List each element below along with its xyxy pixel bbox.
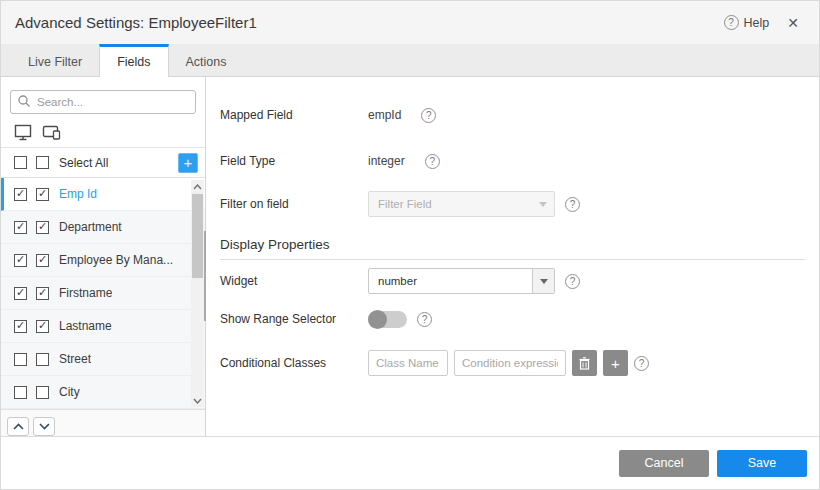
field-checkbox-2[interactable]: [36, 287, 49, 300]
field-list: Emp Id Department Employee By Mana... Fi…: [1, 178, 205, 409]
field-checkbox-2[interactable]: [36, 353, 49, 366]
field-checkbox-2[interactable]: [36, 320, 49, 333]
widget-row: Widget number ?: [220, 266, 805, 296]
field-checkbox-2[interactable]: [36, 386, 49, 399]
search-icon: [17, 94, 31, 112]
field-checkbox-1[interactable]: [14, 254, 27, 267]
field-list-item[interactable]: Department: [1, 211, 205, 244]
tab-actions[interactable]: Actions: [169, 44, 244, 76]
field-type-label: Field Type: [220, 154, 368, 168]
field-label: City: [59, 385, 80, 399]
help-button[interactable]: ? Help: [724, 15, 770, 30]
field-type-value: integer: [368, 154, 405, 168]
add-field-button[interactable]: +: [178, 153, 198, 173]
select-all-checkbox-1[interactable]: [14, 156, 27, 169]
delete-class-button[interactable]: [572, 350, 597, 376]
range-selector-help-icon[interactable]: ?: [417, 312, 432, 327]
scroll-down-icon[interactable]: [191, 394, 204, 407]
dialog-header: Advanced Settings: EmployeeFilter1 ? Hel…: [1, 1, 819, 44]
filter-field-help-icon[interactable]: ?: [565, 197, 580, 212]
mapped-field-label: Mapped Field: [220, 108, 368, 122]
toggle-knob: [368, 310, 387, 329]
field-label: Firstname: [59, 286, 112, 300]
chevron-down-icon: [540, 279, 548, 284]
show-range-selector-row: Show Range Selector ?: [220, 304, 805, 334]
dialog-footer: Cancel Save: [1, 436, 819, 489]
select-all-label: Select All: [59, 156, 108, 170]
move-down-button[interactable]: [33, 417, 55, 436]
condition-expression-input[interactable]: [454, 350, 566, 376]
mapped-field-row: Mapped Field empId ?: [220, 100, 805, 130]
filter-on-field-row: Filter on field Filter Field ?: [220, 189, 805, 219]
conditional-classes-row: Conditional Classes + ?: [220, 348, 805, 378]
field-label: Employee By Mana...: [59, 253, 173, 267]
help-question-icon: ?: [724, 15, 739, 30]
field-checkbox-1[interactable]: [14, 221, 27, 234]
class-name-input[interactable]: [368, 350, 448, 376]
desktop-device-icon[interactable]: [14, 124, 33, 145]
close-icon[interactable]: ✕: [783, 13, 803, 33]
field-label: Department: [59, 220, 122, 234]
dialog-title: Advanced Settings: EmployeeFilter1: [15, 14, 257, 31]
filter-field-select: Filter Field: [368, 191, 555, 217]
help-label: Help: [744, 16, 770, 30]
filter-on-field-label: Filter on field: [220, 197, 368, 211]
field-list-item[interactable]: City: [1, 376, 205, 409]
filter-field-select-value: Filter Field: [369, 198, 532, 210]
device-columns-row: [1, 121, 205, 148]
display-properties-heading: Display Properties: [220, 227, 805, 260]
mapped-field-value: empId: [368, 108, 401, 122]
search-input[interactable]: [10, 90, 196, 114]
field-properties-panel: Mapped Field empId ? Field Type integer …: [206, 77, 819, 436]
range-selector-toggle[interactable]: [368, 311, 407, 328]
mobile-device-icon[interactable]: [42, 124, 62, 145]
trash-icon: [579, 357, 590, 370]
field-checkbox-1[interactable]: [14, 188, 27, 201]
field-list-item[interactable]: Employee By Mana...: [1, 244, 205, 277]
field-list-item[interactable]: Street: [1, 343, 205, 376]
widget-select-value: number: [369, 275, 532, 287]
tab-live-filter[interactable]: Live Filter: [11, 44, 99, 76]
add-class-button[interactable]: +: [603, 350, 628, 376]
field-checkbox-1[interactable]: [14, 320, 27, 333]
list-scrollbar[interactable]: [191, 180, 204, 407]
select-all-row: Select All +: [1, 148, 205, 178]
chevron-down-icon: [539, 202, 547, 207]
advanced-settings-dialog: Advanced Settings: EmployeeFilter1 ? Hel…: [0, 0, 820, 490]
field-checkbox-2[interactable]: [36, 188, 49, 201]
mapped-field-help-icon[interactable]: ?: [421, 108, 436, 123]
field-checkbox-2[interactable]: [36, 254, 49, 267]
conditional-classes-help-icon[interactable]: ?: [634, 356, 649, 371]
field-checkbox-2[interactable]: [36, 221, 49, 234]
field-label: Lastname: [59, 319, 112, 333]
field-list-item[interactable]: Firstname: [1, 277, 205, 310]
field-checkbox-1[interactable]: [14, 287, 27, 300]
select-all-checkbox-2[interactable]: [36, 156, 49, 169]
move-up-button[interactable]: [7, 417, 29, 436]
field-checkbox-1[interactable]: [14, 386, 27, 399]
field-list-item[interactable]: Emp Id: [1, 178, 205, 211]
field-label: Emp Id: [59, 187, 97, 201]
fields-sidebar: Select All + Emp Id Department: [1, 77, 206, 436]
tab-fields[interactable]: Fields: [99, 44, 168, 77]
save-button[interactable]: Save: [717, 450, 807, 477]
field-type-row: Field Type integer ?: [220, 146, 805, 176]
conditional-classes-label: Conditional Classes: [220, 356, 368, 370]
scroll-up-icon[interactable]: [191, 180, 204, 193]
show-range-selector-label: Show Range Selector: [220, 312, 368, 326]
widget-label: Widget: [220, 274, 368, 288]
field-type-help-icon[interactable]: ?: [425, 154, 440, 169]
field-list-item[interactable]: Lastname: [1, 310, 205, 343]
reorder-controls: [1, 409, 205, 436]
widget-help-icon[interactable]: ?: [565, 274, 580, 289]
field-checkbox-1[interactable]: [14, 353, 27, 366]
widget-select[interactable]: number: [368, 268, 555, 294]
scrollbar-thumb[interactable]: [192, 194, 203, 278]
cancel-button[interactable]: Cancel: [619, 450, 709, 477]
tab-bar: Live Filter Fields Actions: [1, 44, 819, 77]
dialog-body: Select All + Emp Id Department: [1, 77, 819, 436]
field-label: Street: [59, 352, 91, 366]
